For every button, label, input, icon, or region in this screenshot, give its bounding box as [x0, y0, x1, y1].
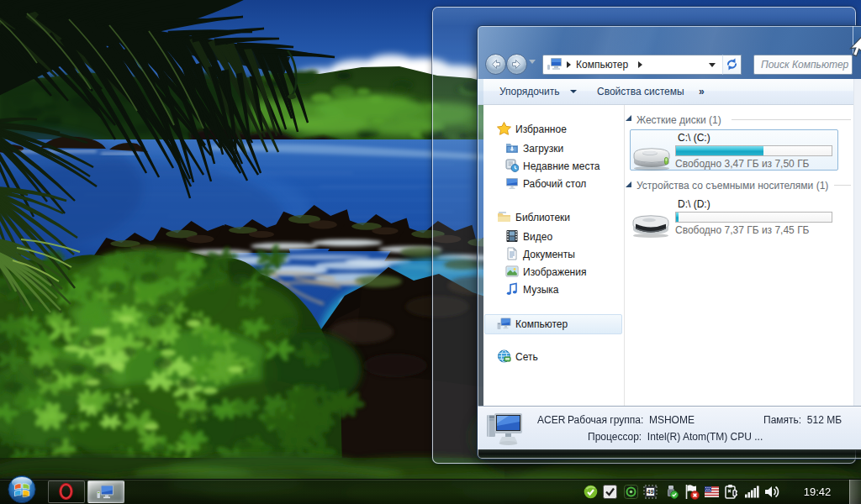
svg-text:49: 49: [647, 488, 653, 496]
